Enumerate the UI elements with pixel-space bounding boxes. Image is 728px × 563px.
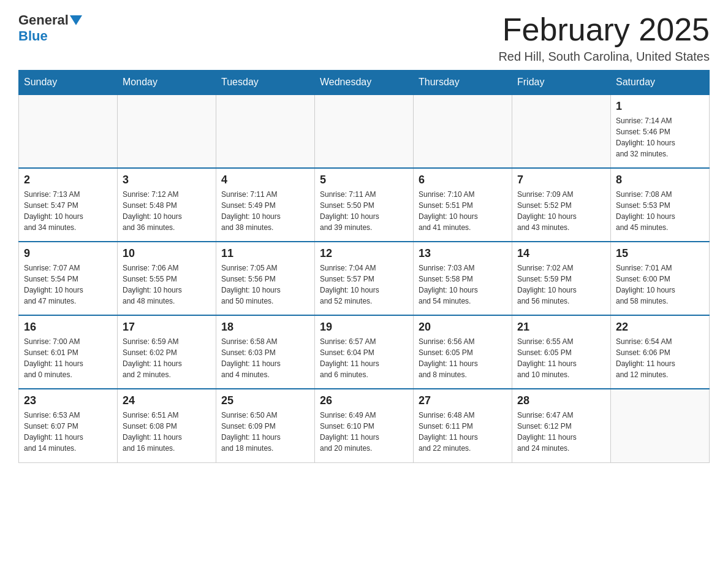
day-number: 5: [320, 174, 408, 186]
day-info: Sunrise: 7:09 AM Sunset: 5:52 PM Dayligh…: [517, 189, 605, 233]
day-info: Sunrise: 7:00 AM Sunset: 6:01 PM Dayligh…: [24, 336, 112, 380]
day-number: 9: [24, 247, 112, 260]
day-number: 23: [24, 394, 112, 407]
day-info: Sunrise: 7:05 AM Sunset: 5:56 PM Dayligh…: [221, 262, 309, 307]
day-number: 25: [221, 394, 309, 407]
day-info: Sunrise: 7:07 AM Sunset: 5:54 PM Dayligh…: [24, 262, 112, 307]
calendar-cell: 13Sunrise: 7:03 AM Sunset: 5:58 PM Dayli…: [414, 242, 512, 315]
header-saturday: Saturday: [611, 71, 710, 95]
logo-blue-text: Blue: [18, 28, 48, 44]
calendar-cell: 2Sunrise: 7:13 AM Sunset: 5:47 PM Daylig…: [19, 168, 118, 242]
logo-triangle-icon: [70, 15, 82, 25]
calendar-cell: 18Sunrise: 6:58 AM Sunset: 6:03 PM Dayli…: [216, 315, 315, 389]
day-info: Sunrise: 7:12 AM Sunset: 5:48 PM Dayligh…: [123, 189, 211, 233]
calendar-cell: 11Sunrise: 7:05 AM Sunset: 5:56 PM Dayli…: [216, 242, 315, 315]
calendar-cell: [414, 94, 512, 168]
header-thursday: Thursday: [414, 71, 512, 95]
calendar-cell: 6Sunrise: 7:10 AM Sunset: 5:51 PM Daylig…: [414, 168, 512, 242]
calendar-week-row: 1Sunrise: 7:14 AM Sunset: 5:46 PM Daylig…: [19, 94, 710, 168]
header-friday: Friday: [512, 71, 611, 95]
day-info: Sunrise: 7:02 AM Sunset: 5:59 PM Dayligh…: [517, 262, 605, 307]
day-number: 20: [419, 321, 507, 334]
day-info: Sunrise: 6:56 AM Sunset: 6:05 PM Dayligh…: [419, 336, 507, 380]
day-number: 14: [517, 247, 605, 260]
day-number: 21: [517, 321, 605, 334]
day-info: Sunrise: 6:50 AM Sunset: 6:09 PM Dayligh…: [221, 410, 309, 454]
calendar-title: February 2025: [498, 12, 710, 47]
calendar-cell: 3Sunrise: 7:12 AM Sunset: 5:48 PM Daylig…: [118, 168, 216, 242]
day-info: Sunrise: 7:11 AM Sunset: 5:50 PM Dayligh…: [320, 189, 408, 233]
day-number: 26: [320, 394, 408, 407]
header-sunday: Sunday: [19, 71, 118, 95]
calendar-table: Sunday Monday Tuesday Wednesday Thursday…: [18, 70, 710, 463]
calendar-cell: 27Sunrise: 6:48 AM Sunset: 6:11 PM Dayli…: [414, 389, 512, 462]
calendar-cell: 5Sunrise: 7:11 AM Sunset: 5:50 PM Daylig…: [315, 168, 414, 242]
calendar-cell: 8Sunrise: 7:08 AM Sunset: 5:53 PM Daylig…: [611, 168, 710, 242]
day-info: Sunrise: 7:13 AM Sunset: 5:47 PM Dayligh…: [24, 189, 112, 233]
day-number: 11: [221, 247, 309, 260]
calendar-cell: 23Sunrise: 6:53 AM Sunset: 6:07 PM Dayli…: [19, 389, 118, 462]
calendar-week-row: 2Sunrise: 7:13 AM Sunset: 5:47 PM Daylig…: [19, 168, 710, 242]
calendar-cell: 28Sunrise: 6:47 AM Sunset: 6:12 PM Dayli…: [512, 389, 611, 462]
day-info: Sunrise: 7:08 AM Sunset: 5:53 PM Dayligh…: [616, 189, 704, 233]
day-number: 1: [616, 100, 704, 113]
day-number: 15: [616, 247, 704, 260]
day-info: Sunrise: 7:06 AM Sunset: 5:55 PM Dayligh…: [123, 262, 211, 307]
day-info: Sunrise: 6:57 AM Sunset: 6:04 PM Dayligh…: [320, 336, 408, 380]
calendar-cell: 15Sunrise: 7:01 AM Sunset: 6:00 PM Dayli…: [611, 242, 710, 315]
calendar-cell: 4Sunrise: 7:11 AM Sunset: 5:49 PM Daylig…: [216, 168, 315, 242]
calendar-cell: 16Sunrise: 7:00 AM Sunset: 6:01 PM Dayli…: [19, 315, 118, 389]
header-wednesday: Wednesday: [315, 71, 414, 95]
day-number: 12: [320, 247, 408, 260]
calendar-header-row: Sunday Monday Tuesday Wednesday Thursday…: [19, 71, 710, 95]
calendar-week-row: 9Sunrise: 7:07 AM Sunset: 5:54 PM Daylig…: [19, 242, 710, 315]
day-number: 17: [123, 321, 211, 334]
day-info: Sunrise: 6:47 AM Sunset: 6:12 PM Dayligh…: [517, 410, 605, 454]
day-number: 16: [24, 321, 112, 334]
calendar-cell: 24Sunrise: 6:51 AM Sunset: 6:08 PM Dayli…: [118, 389, 216, 462]
calendar-cell: 7Sunrise: 7:09 AM Sunset: 5:52 PM Daylig…: [512, 168, 611, 242]
calendar-subtitle: Red Hill, South Carolina, United States: [498, 50, 710, 64]
day-info: Sunrise: 6:51 AM Sunset: 6:08 PM Dayligh…: [123, 410, 211, 454]
day-number: 8: [616, 174, 704, 186]
day-info: Sunrise: 7:11 AM Sunset: 5:49 PM Dayligh…: [221, 189, 309, 233]
logo: General Blue: [18, 12, 83, 44]
calendar-cell: 26Sunrise: 6:49 AM Sunset: 6:10 PM Dayli…: [315, 389, 414, 462]
day-info: Sunrise: 6:59 AM Sunset: 6:02 PM Dayligh…: [123, 336, 211, 380]
day-info: Sunrise: 6:55 AM Sunset: 6:05 PM Dayligh…: [517, 336, 605, 380]
title-section: February 2025 Red Hill, South Carolina, …: [498, 12, 710, 64]
day-number: 24: [123, 394, 211, 407]
day-info: Sunrise: 7:01 AM Sunset: 6:00 PM Dayligh…: [616, 262, 704, 307]
calendar-cell: 17Sunrise: 6:59 AM Sunset: 6:02 PM Dayli…: [118, 315, 216, 389]
day-number: 4: [221, 174, 309, 186]
calendar-cell: [512, 94, 611, 168]
header-tuesday: Tuesday: [216, 71, 315, 95]
day-number: 27: [419, 394, 507, 407]
day-info: Sunrise: 6:53 AM Sunset: 6:07 PM Dayligh…: [24, 410, 112, 454]
day-number: 7: [517, 174, 605, 186]
calendar-week-row: 16Sunrise: 7:00 AM Sunset: 6:01 PM Dayli…: [19, 315, 710, 389]
calendar-cell: [118, 94, 216, 168]
calendar-cell: 10Sunrise: 7:06 AM Sunset: 5:55 PM Dayli…: [118, 242, 216, 315]
day-info: Sunrise: 6:49 AM Sunset: 6:10 PM Dayligh…: [320, 410, 408, 454]
day-info: Sunrise: 6:58 AM Sunset: 6:03 PM Dayligh…: [221, 336, 309, 380]
calendar-cell: [611, 389, 710, 462]
calendar-cell: 21Sunrise: 6:55 AM Sunset: 6:05 PM Dayli…: [512, 315, 611, 389]
day-number: 2: [24, 174, 112, 186]
header-monday: Monday: [118, 71, 216, 95]
calendar-cell: 20Sunrise: 6:56 AM Sunset: 6:05 PM Dayli…: [414, 315, 512, 389]
day-info: Sunrise: 7:03 AM Sunset: 5:58 PM Dayligh…: [419, 262, 507, 307]
calendar-cell: 22Sunrise: 6:54 AM Sunset: 6:06 PM Dayli…: [611, 315, 710, 389]
day-number: 18: [221, 321, 309, 334]
calendar-cell: 12Sunrise: 7:04 AM Sunset: 5:57 PM Dayli…: [315, 242, 414, 315]
day-number: 10: [123, 247, 211, 260]
calendar-cell: 14Sunrise: 7:02 AM Sunset: 5:59 PM Dayli…: [512, 242, 611, 315]
calendar-cell: [315, 94, 414, 168]
calendar-cell: 19Sunrise: 6:57 AM Sunset: 6:04 PM Dayli…: [315, 315, 414, 389]
day-number: 19: [320, 321, 408, 334]
calendar-cell: 25Sunrise: 6:50 AM Sunset: 6:09 PM Dayli…: [216, 389, 315, 462]
calendar-cell: 1Sunrise: 7:14 AM Sunset: 5:46 PM Daylig…: [611, 94, 710, 168]
day-info: Sunrise: 7:14 AM Sunset: 5:46 PM Dayligh…: [616, 115, 704, 159]
page-header: General Blue February 2025 Red Hill, Sou…: [18, 12, 710, 64]
day-number: 3: [123, 174, 211, 186]
